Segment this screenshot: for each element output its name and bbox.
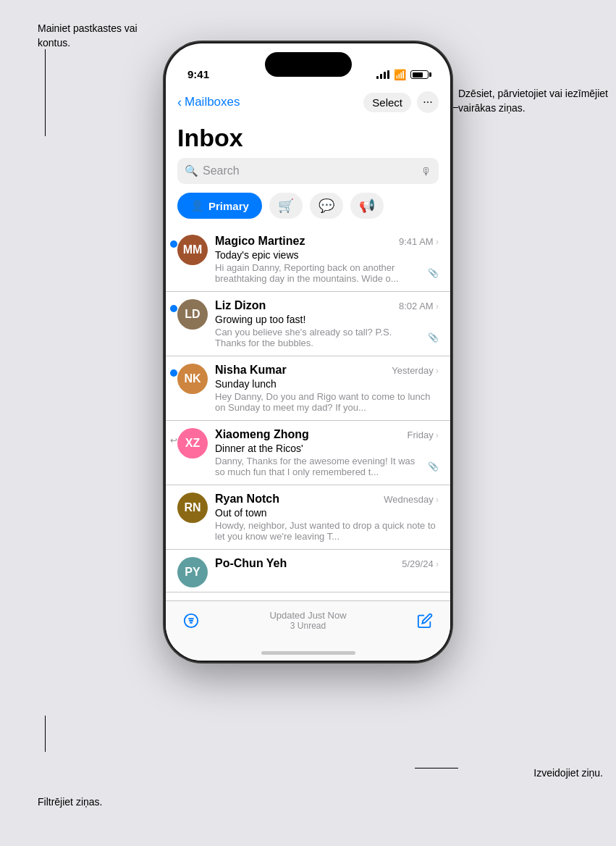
reply-indicator-4: ↩ xyxy=(170,435,177,445)
annotation-top-left: Mainiet pastkastes vai kontus. xyxy=(38,22,172,50)
email-header-5: Ryan Notch Wednesday › xyxy=(215,493,439,506)
email-header-3: Nisha Kumar Yesterday › xyxy=(215,364,439,377)
status-time: 9:41 xyxy=(187,68,209,80)
time-text-1: 9:41 AM xyxy=(399,236,434,247)
tab-primary[interactable]: 👤 Primary xyxy=(177,193,262,219)
page-wrapper: Mainiet pastkastes vai kontus. Dzēsiet, … xyxy=(0,0,616,846)
main-content: Inbox 🔍 Search 🎙 👤 Primary 🛒 💬 xyxy=(166,118,450,600)
sender-name-6: Po-Chun Yeh xyxy=(215,557,287,570)
sender-name-5: Ryan Notch xyxy=(215,493,279,506)
phone-frame: 9:41 📶 ‹ Mailboxes Select xyxy=(166,43,450,661)
compose-button[interactable] xyxy=(414,610,436,632)
email-item-1[interactable]: MM Magico Martinez 9:41 AM › Today's epi… xyxy=(166,227,450,292)
search-icon: 🔍 xyxy=(185,164,198,177)
tab-messages[interactable]: 💬 xyxy=(310,193,343,219)
nav-bar: ‹ Mailboxes Select ··· xyxy=(166,86,450,118)
sender-name-2: Liz Dizon xyxy=(215,299,266,312)
email-header-1: Magico Martinez 9:41 AM › xyxy=(215,235,439,248)
back-button[interactable]: ‹ Mailboxes xyxy=(177,95,240,110)
email-subject-1: Today's epic views xyxy=(215,249,439,261)
sender-name-3: Nisha Kumar xyxy=(215,364,287,377)
annotation-dot-topleft xyxy=(45,135,46,136)
email-body-2: Liz Dizon 8:02 AM › Growing up too fast!… xyxy=(215,299,439,348)
update-text: Updated Just Now xyxy=(202,610,414,621)
annotation-bottom-left: Filtrējiet ziņas. xyxy=(38,795,102,810)
sender-name-1: Magico Martinez xyxy=(215,235,305,248)
avatar-initials-5: RN xyxy=(184,501,201,514)
email-item-6[interactable]: PY Po-Chun Yeh 5/29/24 › xyxy=(166,550,450,592)
email-preview-2: Can you believe she's already so tall? P… xyxy=(215,327,425,348)
email-header-2: Liz Dizon 8:02 AM › xyxy=(215,299,439,312)
chevron-right-icon-1: › xyxy=(436,236,439,247)
email-time-4: Friday › xyxy=(408,430,439,440)
filter-button[interactable] xyxy=(180,610,202,632)
nav-actions: Select ··· xyxy=(363,91,439,113)
email-item-4[interactable]: ↩ XZ Xiaomeng Zhong Friday › Dinner at t… xyxy=(166,421,450,485)
email-time-2: 8:02 AM › xyxy=(399,301,439,311)
attachment-icon-2: 📎 xyxy=(428,332,439,343)
email-time-6: 5/29/24 › xyxy=(402,558,439,569)
more-icon: ··· xyxy=(423,96,432,109)
attachment-icon-1: 📎 xyxy=(428,268,439,278)
email-subject-3: Sunday lunch xyxy=(215,378,439,390)
avatar-5: RN xyxy=(177,493,208,523)
email-time-3: Yesterday › xyxy=(392,365,439,376)
dynamic-island xyxy=(265,52,352,77)
unread-dot-2 xyxy=(170,305,177,312)
email-preview-4: Danny, Thanks for the awesome evening! I… xyxy=(215,456,425,477)
microphone-icon[interactable]: 🎙 xyxy=(421,165,431,177)
chevron-left-icon: ‹ xyxy=(177,95,182,110)
tab-promotions[interactable]: 📢 xyxy=(350,193,384,219)
tab-shopping[interactable]: 🛒 xyxy=(269,193,303,219)
avatar-4: XZ xyxy=(177,428,208,458)
email-body-1: Magico Martinez 9:41 AM › Today's epic v… xyxy=(215,235,439,284)
battery-icon xyxy=(410,70,429,79)
avatar-initials-2: LD xyxy=(185,308,200,321)
email-preview-3: Hey Danny, Do you and Rigo want to come … xyxy=(215,391,439,413)
email-item-2[interactable]: LD Liz Dizon 8:02 AM › Growing up too fa… xyxy=(166,292,450,356)
shopping-icon: 🛒 xyxy=(278,198,294,214)
email-item-3[interactable]: NK Nisha Kumar Yesterday › Sunday lunch … xyxy=(166,356,450,421)
unread-dot-3 xyxy=(170,369,177,377)
chat-icon: 💬 xyxy=(318,198,334,214)
search-bar[interactable]: 🔍 Search 🎙 xyxy=(177,158,439,184)
wifi-icon: 📶 xyxy=(394,69,406,80)
annotation-line-bottomleft-v xyxy=(45,716,46,752)
chevron-right-icon-6: › xyxy=(436,558,439,569)
avatar-1: MM xyxy=(177,235,208,265)
time-text-3: Yesterday xyxy=(392,365,433,376)
home-indicator xyxy=(261,651,355,655)
time-text-2: 8:02 AM xyxy=(399,301,434,311)
chevron-right-icon-3: › xyxy=(436,365,439,376)
time-text-5: Wednesday xyxy=(384,494,433,505)
email-body-6: Po-Chun Yeh 5/29/24 › xyxy=(215,557,439,571)
email-list: MM Magico Martinez 9:41 AM › Today's epi… xyxy=(166,227,450,592)
chevron-right-icon-5: › xyxy=(436,494,439,505)
page-title: Inbox xyxy=(166,118,450,158)
unread-count: 3 Unread xyxy=(202,621,414,631)
category-tabs: 👤 Primary 🛒 💬 📢 xyxy=(166,193,450,227)
annotation-line-topleft-v xyxy=(45,49,46,136)
email-item-5[interactable]: RN Ryan Notch Wednesday › Out of town Ho… xyxy=(166,485,450,550)
update-info: Updated Just Now 3 Unread xyxy=(202,610,414,631)
time-text-4: Friday xyxy=(408,430,434,440)
primary-tab-icon: 👤 xyxy=(190,199,204,212)
annotation-line-bottomright-h xyxy=(415,768,458,768)
attachment-icon-4: 📎 xyxy=(428,461,439,472)
email-body-3: Nisha Kumar Yesterday › Sunday lunch Hey… xyxy=(215,364,439,413)
email-time-5: Wednesday › xyxy=(384,494,439,505)
email-preview-5: Howdy, neighbor, Just wanted to drop a q… xyxy=(215,520,439,542)
annotation-bottom-right: Izveidojiet ziņu. xyxy=(533,766,603,781)
avatar-6: PY xyxy=(177,557,208,587)
chevron-right-icon-2: › xyxy=(436,301,439,311)
select-button[interactable]: Select xyxy=(363,93,411,112)
email-subject-4: Dinner at the Ricos' xyxy=(215,443,439,454)
signal-icon xyxy=(376,70,389,79)
unread-dot-1 xyxy=(170,240,177,248)
email-subject-2: Growing up too fast! xyxy=(215,314,439,325)
avatar-initials-6: PY xyxy=(185,566,200,579)
email-header-6: Po-Chun Yeh 5/29/24 › xyxy=(215,557,439,570)
avatar-initials-1: MM xyxy=(183,243,203,256)
email-header-4: Xiaomeng Zhong Friday › xyxy=(215,428,439,441)
more-button[interactable]: ··· xyxy=(417,91,439,113)
